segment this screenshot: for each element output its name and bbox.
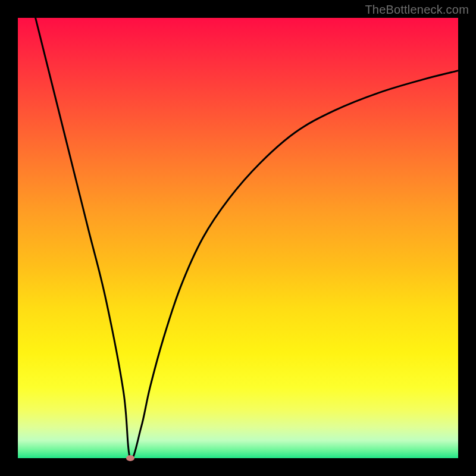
minimum-marker <box>126 455 134 461</box>
curve-svg <box>18 18 458 458</box>
attribution-text: TheBottleneck.com <box>365 3 469 17</box>
bottleneck-curve <box>36 18 458 458</box>
plot-area <box>18 18 458 458</box>
chart-frame: TheBottleneck.com <box>0 0 476 476</box>
